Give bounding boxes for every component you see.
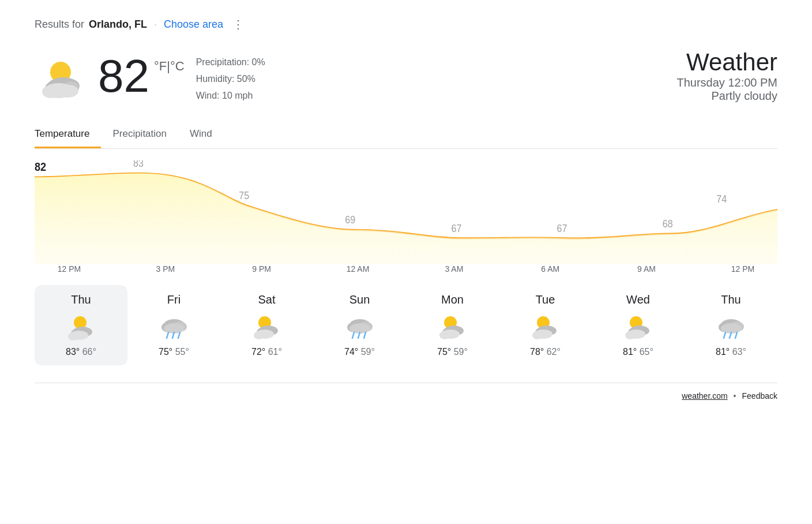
day-temps-thu2: 81° 63° — [716, 347, 746, 357]
svg-line-58 — [724, 332, 725, 338]
svg-line-60 — [735, 332, 737, 338]
separator: · — [154, 18, 157, 31]
choose-area-link[interactable]: Choose area — [164, 18, 223, 31]
fahrenheit-unit[interactable]: °F — [154, 59, 167, 73]
day-high-wed: 81° — [623, 347, 637, 357]
svg-text:74: 74 — [716, 194, 727, 205]
svg-point-19 — [68, 332, 78, 340]
tab-wind[interactable]: Wind — [190, 121, 224, 148]
time-label-5: 6 AM — [527, 264, 573, 274]
time-label-1: 3 PM — [142, 264, 189, 274]
day-name-tue: Tue — [536, 293, 555, 306]
day-name-wed: Wed — [626, 293, 650, 306]
day-low-sat: 61° — [268, 347, 282, 357]
time-label-6: 9 AM — [623, 264, 670, 274]
results-for-label: Results for — [35, 18, 84, 31]
day-high-thu2: 81° — [716, 347, 730, 357]
svg-text:67: 67 — [451, 223, 461, 234]
chart-time-labels: 12 PM 3 PM 9 PM 12 AM 3 AM 6 AM 9 AM 12 … — [35, 264, 777, 274]
svg-text:67: 67 — [557, 223, 567, 234]
day-card-sat[interactable]: Sat 72° 61° — [220, 285, 313, 365]
daily-forecast: Thu 83° 66° Fri 75° 55° — [35, 285, 777, 365]
tab-temperature[interactable]: Temperature — [35, 121, 101, 148]
precipitation-detail: Precipitation: 0% — [196, 54, 265, 71]
svg-text:83: 83 — [133, 160, 144, 169]
chart-svg: 82 83 75 69 67 67 68 74 — [35, 160, 777, 264]
weather-card: Weather Thursday 12:00 PM Partly cloudy — [676, 48, 777, 103]
svg-line-38 — [364, 332, 366, 338]
day-icon-tue — [528, 312, 563, 341]
svg-point-43 — [439, 331, 450, 339]
tab-precipitation[interactable]: Precipitation — [112, 121, 178, 148]
day-temps-thu: 83° 66° — [66, 347, 96, 357]
svg-line-24 — [167, 332, 168, 338]
day-temps-tue: 78° 62° — [530, 347, 561, 357]
current-temperature: 82 — [98, 53, 149, 99]
day-icon-sat — [250, 312, 284, 341]
day-high-tue: 78° — [530, 347, 544, 357]
weather-source-link[interactable]: weather.com — [682, 391, 727, 401]
temperature-units: °F|°C — [154, 53, 185, 74]
day-high-fri: 75° — [159, 347, 172, 357]
weather-details: Precipitation: 0% Humidity: 50% Wind: 10… — [196, 48, 265, 104]
day-icon-wed — [621, 312, 656, 341]
day-temps-fri: 75° 55° — [159, 347, 189, 357]
day-icon-sun — [343, 312, 377, 341]
svg-point-6 — [58, 85, 78, 98]
day-card-wed[interactable]: Wed 81° 65° — [592, 285, 685, 365]
time-label-2: 9 PM — [239, 264, 285, 274]
day-card-tue[interactable]: Tue 78° 62° — [499, 285, 592, 365]
day-name-sat: Sat — [258, 293, 275, 306]
day-icon-fri — [157, 312, 191, 341]
results-header: Results for Orlando, FL · Choose area ⋮ — [35, 17, 777, 31]
time-label-3: 12 AM — [335, 264, 381, 274]
day-card-fri[interactable]: Fri 75° 55° — [127, 285, 220, 365]
day-temps-mon: 75° 59° — [437, 347, 468, 357]
day-high-sun: 74° — [344, 347, 358, 357]
day-low-mon: 59° — [454, 347, 468, 357]
day-name-thu2: Thu — [721, 293, 740, 306]
current-weather-icon — [35, 50, 87, 102]
day-name-sun: Sun — [349, 293, 370, 306]
day-low-fri: 55° — [175, 347, 189, 357]
day-name-thu: Thu — [71, 293, 91, 306]
footer-bullet: • — [734, 391, 736, 401]
day-card-sun[interactable]: Sun 74° 59° — [313, 285, 406, 365]
svg-point-31 — [254, 331, 264, 339]
svg-line-26 — [178, 332, 180, 338]
wind-detail: Wind: 10 mph — [196, 88, 265, 104]
location-label: Orlando, FL — [89, 18, 147, 31]
svg-text:82: 82 — [35, 160, 46, 173]
weather-current-info: 82 °F|°C Precipitation: 0% Humidity: 50%… — [35, 48, 265, 104]
day-card-thu2[interactable]: Thu 81° 63° — [685, 285, 777, 365]
weather-tabs: Temperature Precipitation Wind — [35, 121, 777, 149]
day-high-mon: 75° — [437, 347, 451, 357]
day-card-mon[interactable]: Mon 75° 59° — [406, 285, 499, 365]
weather-datetime: Thursday 12:00 PM — [676, 76, 777, 89]
day-card-thu[interactable]: Thu 83° 66° — [35, 285, 127, 365]
day-icon-mon — [435, 312, 470, 341]
day-name-fri: Fri — [167, 293, 181, 306]
day-temps-sat: 72° 61° — [251, 347, 282, 357]
day-low-tue: 62° — [547, 347, 561, 357]
svg-point-5 — [42, 85, 59, 98]
day-low-wed: 65° — [640, 347, 653, 357]
temperature-chart: 82 83 75 69 67 67 68 74 — [35, 160, 777, 264]
footer: weather.com • Feedback — [35, 383, 777, 401]
weather-condition: Partly cloudy — [676, 89, 777, 103]
time-label-4: 3 AM — [431, 264, 477, 274]
day-name-mon: Mon — [441, 293, 464, 306]
more-options-icon[interactable]: ⋮ — [232, 17, 245, 31]
feedback-link[interactable]: Feedback — [742, 391, 777, 401]
day-high-sat: 72° — [251, 347, 265, 357]
svg-line-36 — [352, 332, 354, 338]
temperature-block: 82 °F|°C — [98, 53, 185, 99]
day-icon-thu — [64, 312, 99, 341]
unit-display: °F|°C — [154, 59, 185, 74]
humidity-detail: Humidity: 50% — [196, 71, 265, 88]
svg-point-48 — [532, 331, 543, 339]
day-low-thu: 66° — [82, 347, 96, 357]
celsius-unit[interactable]: °C — [170, 59, 185, 73]
day-icon-thu2 — [714, 312, 749, 341]
day-low-sun: 59° — [361, 347, 375, 357]
